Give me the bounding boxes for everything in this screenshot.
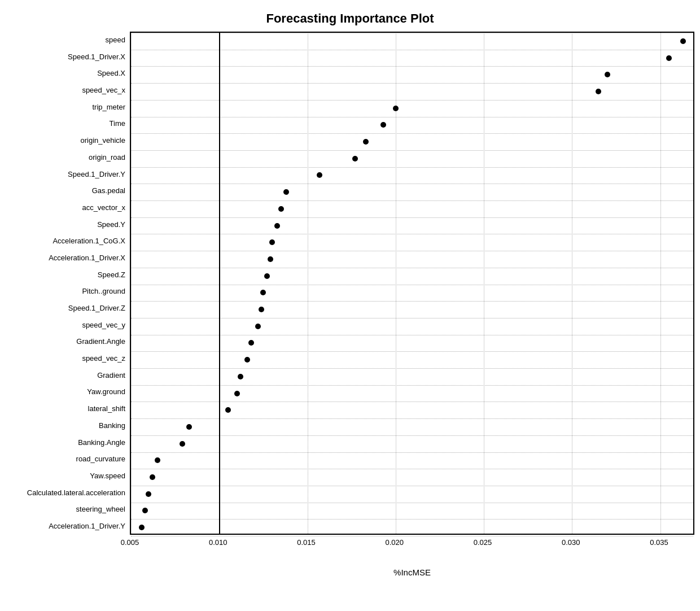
data-dot xyxy=(238,374,243,379)
chart-body: speedSpeed.1_Driver.XSpeed.Xspeed_vec_xt… xyxy=(6,32,694,535)
data-dot xyxy=(186,424,192,430)
grid-line-h xyxy=(131,285,693,285)
data-dot xyxy=(260,290,266,295)
y-label: origin_road xyxy=(6,153,125,162)
y-label: Gradient.Angle xyxy=(6,337,125,346)
grid-line-h xyxy=(131,368,693,369)
y-label: Banking xyxy=(6,421,125,430)
y-label: trip_meter xyxy=(6,103,125,112)
chart-container: Forecasting Importance Plot speedSpeed.1… xyxy=(0,0,700,611)
grid-line-h xyxy=(131,503,693,503)
grid-line-h xyxy=(131,318,693,318)
data-dot xyxy=(380,122,386,128)
x-tick-label: 0.005 xyxy=(121,538,139,547)
grid-line-h xyxy=(131,217,693,218)
y-label: Banking.Angle xyxy=(6,438,125,447)
x-tick-label: 0.025 xyxy=(474,538,492,547)
data-dot xyxy=(264,273,270,279)
grid-line-h xyxy=(131,335,693,335)
data-dot xyxy=(139,525,145,530)
chart-title: Forecasting Importance Plot xyxy=(266,11,434,26)
x-tick-label: 0.035 xyxy=(650,538,668,547)
grid-line-h xyxy=(131,452,693,453)
y-label: origin_vehicle xyxy=(6,136,125,145)
grid-line-h xyxy=(131,83,693,84)
y-label: Speed.1_Driver.X xyxy=(6,53,125,62)
y-label: Gas.pedal xyxy=(6,186,125,195)
grid-line-h xyxy=(131,100,693,101)
grid-line-h xyxy=(131,33,693,33)
data-dot xyxy=(234,391,240,396)
grid-line-h xyxy=(131,167,693,168)
data-dot xyxy=(317,172,322,178)
y-label: Yaw.speed xyxy=(6,472,125,481)
data-dot xyxy=(259,307,264,312)
y-label: speed_vec_z xyxy=(6,354,125,363)
grid-line-h xyxy=(131,301,693,302)
grid-line-h xyxy=(131,200,693,201)
data-dot xyxy=(278,206,284,212)
y-label: Speed.1_Driver.Y xyxy=(6,170,125,179)
y-label: Calculated.lateral.acceleration xyxy=(6,488,125,497)
data-dot xyxy=(363,139,369,145)
grid-line-h xyxy=(131,117,693,117)
grid-line-h xyxy=(131,66,693,67)
data-dot xyxy=(142,508,148,513)
plot-area xyxy=(130,32,694,535)
grid-line-h xyxy=(131,133,693,134)
grid-line-h xyxy=(131,401,693,402)
x-tick-label: 0.010 xyxy=(209,538,228,547)
y-label: speed xyxy=(6,36,125,45)
grid-line-h xyxy=(131,351,693,352)
grid-line-h xyxy=(131,150,693,151)
data-dot xyxy=(269,239,275,245)
baseline-line xyxy=(219,33,220,534)
data-dot xyxy=(180,441,185,447)
data-dot xyxy=(244,357,250,363)
data-dot xyxy=(225,407,231,413)
y-label: Pitch..ground xyxy=(6,287,125,296)
x-axis-label: %IncMSE xyxy=(393,568,431,577)
grid-line-h xyxy=(131,268,693,268)
data-dot xyxy=(666,55,672,61)
y-labels: speedSpeed.1_Driver.XSpeed.Xspeed_vec_xt… xyxy=(6,32,130,535)
data-dot xyxy=(146,491,151,497)
grid-line-h xyxy=(131,435,693,436)
y-label: Acceleration.1_CoG.X xyxy=(6,237,125,246)
y-label: speed_vec_x xyxy=(6,86,125,95)
data-dot xyxy=(283,189,289,195)
data-dot xyxy=(150,474,155,480)
grid-line-h xyxy=(131,251,693,251)
data-dot xyxy=(155,457,160,463)
grid-line-h xyxy=(131,486,693,486)
x-tick-label: 0.020 xyxy=(385,538,404,547)
grid-line-h xyxy=(131,50,693,50)
grid-line-h xyxy=(131,234,693,234)
y-label: Acceleration.1_Driver.Y xyxy=(6,522,125,531)
grid-line-h xyxy=(131,385,693,386)
y-label: speed_vec_y xyxy=(6,321,125,330)
grid-line-v xyxy=(572,33,572,534)
y-label: Speed.Y xyxy=(6,220,125,229)
y-label: Gradient xyxy=(6,371,125,380)
y-label: Acceleration.1_Driver.X xyxy=(6,254,125,263)
grid-line-v xyxy=(308,33,308,534)
data-dot xyxy=(680,38,686,44)
data-dot xyxy=(393,106,399,111)
y-label: road_curvature xyxy=(6,455,125,464)
y-label: Speed.1_Driver.Z xyxy=(6,304,125,313)
y-label: acc_vector_x xyxy=(6,203,125,212)
x-axis: 0.0050.0100.0150.0200.0250.0300.035 xyxy=(130,535,694,552)
data-dot xyxy=(596,89,601,94)
x-tick-label: 0.015 xyxy=(297,538,316,547)
grid-line-h xyxy=(131,184,693,184)
x-tick-label: 0.030 xyxy=(562,538,580,547)
data-dot xyxy=(605,72,610,77)
grid-line-h xyxy=(131,469,693,469)
grid-line-v xyxy=(660,33,661,534)
y-label: Speed.X xyxy=(6,69,125,78)
data-dot xyxy=(248,340,254,346)
y-label: Yaw.ground xyxy=(6,387,125,396)
y-label: lateral_shift xyxy=(6,404,125,413)
data-dot xyxy=(274,223,280,229)
